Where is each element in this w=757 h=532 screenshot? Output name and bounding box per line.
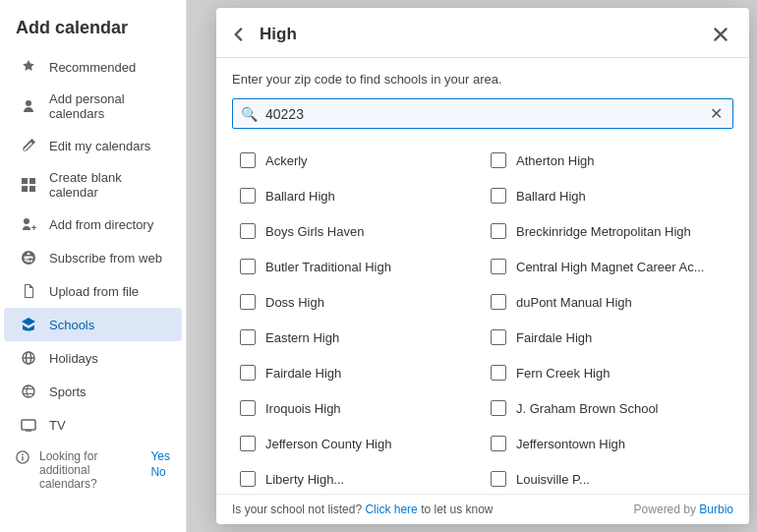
school-checkbox[interactable]	[491, 400, 506, 416]
person-add-icon	[20, 215, 37, 233]
svg-rect-0	[22, 178, 28, 184]
school-item[interactable]: Central High Magnet Career Ac...	[483, 249, 733, 284]
sidebar-item-recommended[interactable]: Recommended	[4, 50, 182, 84]
sidebar-item-tv[interactable]: TV	[4, 408, 182, 442]
school-checkbox[interactable]	[491, 259, 506, 274]
school-name: duPont Manual High	[516, 295, 632, 310]
sidebar-item-edit-my[interactable]: Edit my calendars	[4, 129, 182, 162]
school-checkbox[interactable]	[491, 152, 506, 168]
school-item[interactable]: Breckinridge Metropolitan High	[483, 213, 733, 249]
person-icon	[20, 97, 37, 115]
school-name: Ackerly	[265, 153, 308, 168]
sidebar-item-subscribe-web[interactable]: Subscribe from web	[4, 241, 182, 274]
footer-powered: Powered by Burbio	[634, 502, 733, 516]
sidebar-item-sports-label: Sports	[49, 384, 87, 399]
school-name: J. Graham Brown School	[516, 401, 659, 416]
svg-rect-8	[22, 420, 35, 430]
dialog: High Enter your zip code to find schools…	[216, 8, 749, 524]
school-item[interactable]: Eastern High	[232, 320, 483, 355]
sidebar-title: Add calendar	[0, 10, 186, 50]
school-checkbox[interactable]	[491, 329, 506, 345]
school-name: Doss High	[265, 295, 324, 310]
school-name: Jeffersontown High	[516, 437, 625, 451]
svg-rect-3	[29, 186, 35, 192]
school-checkbox[interactable]	[240, 259, 256, 274]
school-checkbox[interactable]	[240, 152, 256, 168]
sidebar-item-holidays[interactable]: Holidays	[4, 341, 182, 375]
school-item[interactable]: Fern Creek High	[483, 355, 733, 390]
back-button[interactable]	[226, 22, 252, 47]
sidebar-item-create-blank[interactable]: Create blank calendar	[4, 162, 182, 207]
edit-icon	[20, 137, 37, 154]
school-item[interactable]: Boys Girls Haven	[232, 213, 483, 249]
school-checkbox[interactable]	[240, 365, 256, 381]
school-item[interactable]: Doss High	[232, 284, 483, 320]
sidebar-item-edit-my-label: Edit my calendars	[49, 139, 150, 153]
school-checkbox[interactable]	[240, 471, 256, 487]
click-here-link[interactable]: Click here	[365, 502, 417, 516]
school-name: Butler Traditional High	[265, 260, 391, 274]
school-item[interactable]: Fairdale High	[232, 355, 483, 390]
school-checkbox[interactable]	[491, 436, 506, 451]
svg-rect-2	[22, 186, 28, 192]
school-name: Iroquois High	[265, 401, 341, 416]
sidebar-item-schools-label: Schools	[49, 318, 94, 332]
sidebar-item-sports[interactable]: Sports	[4, 375, 182, 408]
sidebar: Add calendar Recommended Add personal ca…	[0, 0, 187, 532]
school-checkbox[interactable]	[240, 188, 256, 204]
school-item[interactable]: Fairdale High	[483, 320, 733, 355]
school-name: Central High Magnet Career Ac...	[516, 260, 704, 274]
close-button[interactable]	[708, 22, 733, 47]
school-checkbox[interactable]	[240, 436, 256, 451]
school-icon	[20, 316, 37, 333]
svg-rect-12	[22, 454, 23, 456]
school-item[interactable]: Iroquois High	[232, 390, 483, 426]
school-item[interactable]: Liberty High...	[232, 461, 483, 494]
school-checkbox[interactable]	[491, 188, 506, 204]
search-clear-button[interactable]: ✕	[708, 104, 725, 123]
sidebar-looking: Looking for additional calendars? Yes No	[0, 442, 186, 499]
burbio-link[interactable]: Burbio	[699, 502, 733, 516]
school-checkbox[interactable]	[491, 365, 506, 381]
footer-not-listed-text: Is your school not listed? Click here to…	[232, 502, 494, 516]
sidebar-item-tv-label: TV	[49, 418, 66, 433]
school-item[interactable]: Atherton High	[483, 143, 733, 178]
school-name: Boys Girls Haven	[265, 224, 364, 239]
no-link[interactable]: No	[150, 465, 170, 479]
school-item[interactable]: Ballard High	[232, 178, 483, 213]
school-checkbox[interactable]	[491, 223, 506, 239]
sidebar-item-add-personal[interactable]: Add personal calendars	[4, 84, 182, 129]
school-checkbox[interactable]	[491, 471, 506, 487]
file-icon	[20, 282, 37, 300]
school-checkbox[interactable]	[491, 294, 506, 310]
school-name: Ballard High	[516, 189, 586, 204]
school-item[interactable]: Ballard High	[483, 178, 733, 213]
sidebar-item-subscribe-web-label: Subscribe from web	[49, 251, 162, 266]
school-checkbox[interactable]	[240, 329, 256, 345]
school-item[interactable]: Jeffersontown High	[483, 426, 733, 461]
school-item[interactable]: Butler Traditional High	[232, 249, 483, 284]
sidebar-item-schools[interactable]: Schools	[4, 308, 182, 341]
looking-text: Looking for additional calendars?	[39, 449, 141, 491]
svg-rect-11	[22, 456, 23, 460]
school-item[interactable]: J. Graham Brown School	[483, 390, 733, 426]
school-item[interactable]: Louisville P...	[483, 461, 733, 494]
school-checkbox[interactable]	[240, 294, 256, 310]
sidebar-item-upload-file[interactable]: Upload from file	[4, 274, 182, 308]
school-name: Breckinridge Metropolitan High	[516, 224, 691, 239]
search-icon: 🔍	[241, 106, 258, 122]
school-item[interactable]: duPont Manual High	[483, 284, 733, 320]
search-box: 🔍 ✕	[232, 98, 733, 129]
school-checkbox[interactable]	[240, 223, 256, 239]
yes-link[interactable]: Yes	[150, 449, 170, 463]
search-input[interactable]	[265, 106, 700, 122]
sidebar-item-add-directory[interactable]: Add from directory	[4, 207, 182, 241]
sidebar-item-create-blank-label: Create blank calendar	[49, 170, 166, 200]
school-item[interactable]: Jefferson County High	[232, 426, 483, 461]
school-item[interactable]: Ackerly	[232, 143, 483, 178]
school-checkbox[interactable]	[240, 400, 256, 416]
school-name: Louisville P...	[516, 472, 590, 487]
looking-links: Yes No	[150, 449, 170, 479]
star-icon	[20, 58, 37, 76]
school-name: Fern Creek High	[516, 366, 610, 381]
